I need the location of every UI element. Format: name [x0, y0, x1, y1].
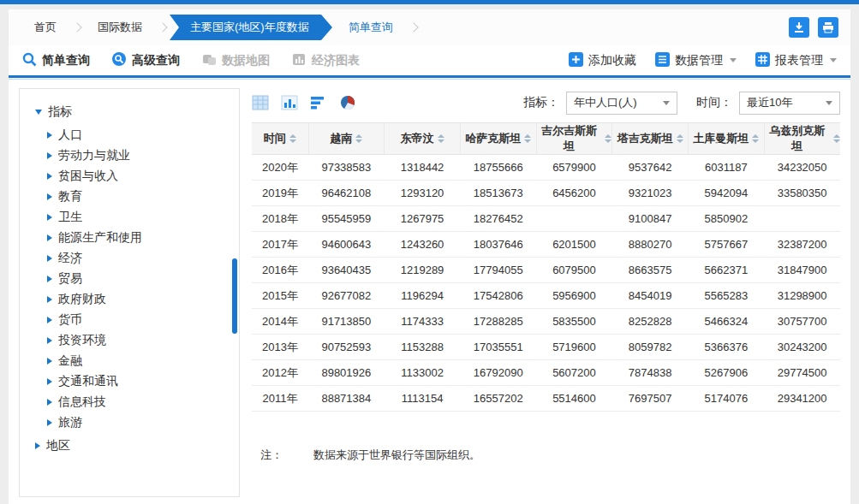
sidebar-item[interactable]: 教育	[47, 187, 239, 207]
value-cell: 5565283	[689, 283, 765, 309]
note-label: 注：	[260, 448, 283, 461]
value-cell: 16792090	[460, 360, 536, 386]
add-favorite-button[interactable]: 添加收藏	[569, 52, 636, 69]
action-label: 添加收藏	[588, 53, 636, 68]
value-cell: 31298900	[764, 283, 840, 309]
toolbar: 简单查询 高级查询 数据地图 经济图表 添加收藏	[9, 45, 850, 78]
sidebar-item-label: 政府财政	[58, 292, 106, 307]
value-cell: 1153288	[385, 335, 461, 360]
collapsed-arrow-icon	[47, 296, 52, 303]
sidebar-item[interactable]: 政府财政	[47, 289, 239, 310]
sidebar: 指标 人口劳动力与就业贫困与收入教育卫生能源生产和使用经济贸易政府财政货币投资环…	[19, 88, 240, 497]
value-cell: 1318442	[385, 155, 461, 181]
sidebar-item-label: 投资环境	[58, 333, 106, 348]
table-view-icon[interactable]	[252, 94, 271, 111]
tab-simple-query[interactable]: 简单查询	[335, 15, 407, 40]
value-cell: 34232050	[764, 155, 840, 181]
download-icon[interactable]	[789, 17, 809, 38]
value-cell: 7697507	[612, 386, 689, 412]
sidebar-item-label: 货币	[58, 312, 82, 328]
sidebar-item[interactable]: 经济	[47, 248, 239, 269]
sidebar-item[interactable]: 劳动力与就业	[47, 145, 239, 166]
value-cell: 96462108	[308, 181, 385, 206]
value-cell: 5174076	[689, 386, 765, 412]
sidebar-item[interactable]: 贫困与收入	[47, 166, 239, 187]
action-label: 报表管理	[775, 53, 823, 68]
sort-icon[interactable]	[355, 134, 362, 143]
value-cell: 33580350	[764, 181, 840, 206]
column-header[interactable]: 塔吉克斯坦	[612, 123, 689, 155]
sidebar-item[interactable]: 卫生	[47, 207, 239, 228]
chevron-right-icon	[409, 22, 418, 32]
year-cell: 2020年	[252, 155, 308, 181]
column-header[interactable]: 东帝汶	[385, 123, 461, 155]
action-label: 数据管理	[675, 53, 723, 68]
column-header[interactable]: 时间	[252, 123, 308, 155]
tab-home[interactable]: 首页	[21, 15, 70, 40]
data-manage-menu[interactable]: 数据管理	[655, 52, 737, 69]
value-cell: 93640435	[308, 258, 385, 283]
sidebar-root-regions[interactable]: 地区	[35, 435, 239, 457]
table-row: 2016年93640435121928917794055607950086635…	[252, 258, 840, 283]
top-accent-strip	[0, 0, 859, 4]
value-cell: 1243260	[385, 232, 461, 258]
list-view-icon[interactable]	[310, 94, 329, 111]
indicator-select[interactable]: 年中人口(人)	[566, 92, 677, 115]
scrollbar-thumb[interactable]	[232, 258, 237, 334]
sidebar-tree: 人口劳动力与就业贫困与收入教育卫生能源生产和使用经济贸易政府财政货币投资环境金融…	[47, 125, 239, 433]
search-filled-icon	[112, 52, 127, 69]
sidebar-item[interactable]: 信息科技	[47, 392, 239, 412]
column-header[interactable]: 土库曼斯坦	[689, 123, 765, 155]
sort-icon[interactable]	[524, 134, 531, 143]
sidebar-item[interactable]: 人口	[47, 125, 239, 145]
year-cell: 2014年	[252, 309, 308, 335]
value-cell: 7874838	[612, 360, 689, 386]
value-cell: 5662371	[689, 258, 765, 283]
tab-annual-data[interactable]: 主要国家(地区)年度数据	[170, 15, 321, 40]
sort-icon[interactable]	[752, 134, 759, 143]
chart-icon	[292, 52, 307, 69]
sidebar-item[interactable]: 能源生产和使用	[47, 228, 239, 248]
column-header[interactable]: 吉尔吉斯斯坦	[536, 123, 612, 155]
report-manage-menu[interactable]: 报表管理	[755, 52, 837, 69]
value-cell: 8880270	[612, 232, 689, 258]
table-row: 2018年95545959126797518276452910084758509…	[252, 206, 840, 232]
sidebar-item[interactable]: 贸易	[47, 269, 239, 289]
sort-icon[interactable]	[677, 134, 683, 143]
sidebar-item[interactable]: 交通和通讯	[47, 371, 239, 392]
value-cell: 92677082	[308, 283, 385, 309]
print-icon[interactable]	[818, 17, 838, 38]
pie-chart-view-icon[interactable]	[339, 94, 358, 111]
sort-icon[interactable]	[438, 134, 444, 143]
column-header[interactable]: 乌兹别克斯坦	[764, 123, 840, 155]
time-select[interactable]: 最近10年	[739, 92, 840, 115]
column-header[interactable]: 越南	[308, 123, 385, 155]
sort-icon[interactable]	[605, 134, 611, 143]
simple-query-button[interactable]: 简单查询	[22, 52, 90, 69]
sidebar-item[interactable]: 金融	[47, 351, 239, 371]
sidebar-item[interactable]: 投资环境	[47, 330, 239, 351]
advanced-query-button[interactable]: 高级查询	[112, 52, 180, 69]
app-window: 首页 国际数据 主要国家(地区)年度数据 简单查询 简单查询	[9, 9, 850, 504]
sidebar-item[interactable]: 货币	[47, 310, 239, 330]
sidebar-root-indicators[interactable]: 指标	[35, 101, 239, 123]
value-cell: 8059782	[612, 335, 689, 360]
source-note: 注：数据来源于世界银行等国际组织。	[252, 448, 840, 463]
table-row: 2017年94600643124326018037646620150088802…	[252, 232, 840, 258]
indicator-filter-label: 指标：	[523, 95, 559, 110]
view-toolbar: 指标： 年中人口(人) 时间： 最近10年	[252, 88, 840, 117]
value-cell: 8454019	[612, 283, 689, 309]
sort-icon[interactable]	[289, 134, 296, 143]
column-header[interactable]: 哈萨克斯坦	[460, 123, 536, 155]
bar-chart-view-icon[interactable]	[281, 94, 300, 111]
sidebar-item-label: 信息科技	[58, 394, 106, 410]
value-cell: 18037646	[460, 232, 536, 258]
sidebar-root-label: 指标	[48, 104, 72, 120]
collapsed-arrow-icon	[47, 399, 52, 406]
sidebar-item[interactable]: 旅游	[47, 412, 239, 433]
sidebar-item-label: 能源生产和使用	[58, 230, 142, 246]
chevron-down-icon	[663, 101, 670, 105]
year-cell: 2011年	[252, 386, 308, 412]
tab-international-data[interactable]: 国际数据	[84, 15, 156, 40]
sort-icon[interactable]	[833, 134, 840, 143]
